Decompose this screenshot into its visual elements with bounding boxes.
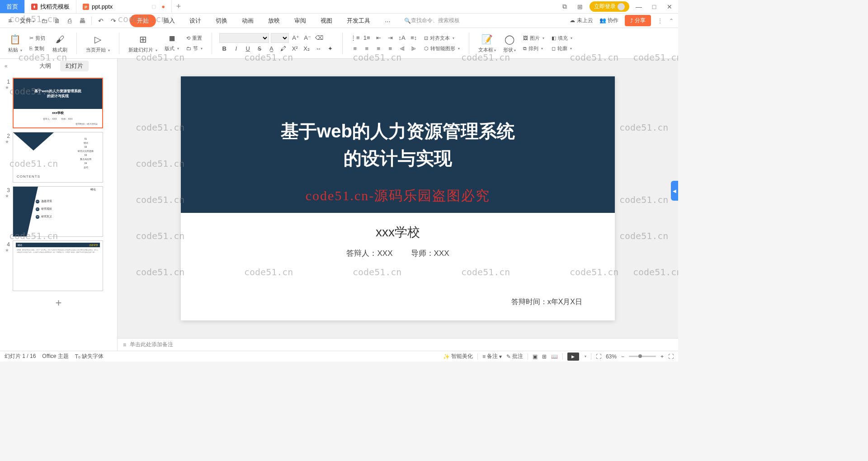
missing-font-button[interactable]: T₀ 缺失字体 bbox=[75, 353, 104, 360]
textbox-button[interactable]: 📝文本框▾ bbox=[476, 32, 498, 54]
underline-icon[interactable]: U bbox=[243, 44, 253, 54]
tab-transition[interactable]: 切换 bbox=[208, 14, 235, 27]
font-size-select[interactable] bbox=[271, 33, 289, 43]
zoom-level[interactable]: 63% bbox=[606, 353, 617, 360]
tab-templates[interactable]: 找稻壳模板 bbox=[25, 0, 76, 13]
zoom-slider[interactable] bbox=[629, 356, 656, 357]
fullscreen-icon[interactable]: ⛶ bbox=[668, 353, 674, 360]
tab-view[interactable]: 视图 bbox=[313, 14, 340, 27]
layout-icon[interactable]: ⧉ bbox=[559, 1, 571, 13]
layout-label[interactable]: 版式▾ bbox=[163, 44, 181, 53]
align-right-icon[interactable]: ≡ bbox=[373, 44, 383, 54]
smartart-button[interactable]: ⬡ 转智能图形▾ bbox=[422, 44, 462, 53]
fill-button[interactable]: ◧ 填充▾ bbox=[550, 34, 574, 42]
bold-icon[interactable]: B bbox=[219, 44, 229, 54]
tab-start[interactable]: 开始 bbox=[130, 14, 156, 27]
close-button[interactable]: ✕ bbox=[664, 1, 675, 13]
tab-animation[interactable]: 动画 bbox=[235, 14, 261, 27]
hamburger-icon[interactable]: ≡ bbox=[5, 15, 15, 26]
add-slide-button[interactable]: + bbox=[55, 296, 61, 309]
tab-insert[interactable]: 插入 bbox=[156, 14, 182, 27]
paste-button[interactable]: 📋粘贴 ▾ bbox=[6, 32, 24, 54]
tab-slideshow[interactable]: 放映 bbox=[261, 14, 287, 27]
tab-home[interactable]: 首页 bbox=[0, 0, 25, 13]
grid-icon[interactable]: ⊞ bbox=[574, 1, 586, 13]
print-preview-icon[interactable]: 🖶 bbox=[77, 15, 88, 26]
file-menu[interactable]: 文件▾ bbox=[17, 17, 37, 25]
font-family-select[interactable] bbox=[219, 33, 269, 43]
indent-right-icon[interactable]: ⇥ bbox=[385, 33, 395, 43]
subscript-icon[interactable]: X₂ bbox=[302, 44, 311, 54]
redo-icon[interactable]: ↷ bbox=[108, 15, 119, 26]
collab-button[interactable]: 👥 协作 bbox=[599, 17, 618, 24]
distribute-icon[interactable]: ⫷ bbox=[397, 44, 407, 54]
new-slide-button[interactable]: ⊞新建幻灯片 ▾ bbox=[127, 32, 159, 54]
slideshow-caret[interactable]: ▾ bbox=[585, 354, 586, 358]
cloud-status[interactable]: ☁ 未上云 bbox=[570, 17, 593, 24]
smart-beautify-button[interactable]: ✨ 智能美化 bbox=[443, 353, 473, 360]
tab-document[interactable]: P ppt.pptx ▢ ● bbox=[76, 0, 172, 13]
maximize-button[interactable]: □ bbox=[648, 1, 660, 13]
slideshow-button[interactable]: ▶ bbox=[567, 353, 579, 361]
highlight-icon[interactable]: 🖍 bbox=[278, 44, 288, 54]
normal-view-icon[interactable]: ▣ bbox=[533, 353, 538, 360]
cut-button[interactable]: ✂ 剪切 bbox=[28, 34, 47, 42]
notes-bar[interactable]: ≡ 单击此处添加备注 bbox=[118, 338, 678, 351]
thumbnail-3[interactable]: 绪论 01选题背景 02研究现状 03研究意义 bbox=[13, 186, 103, 237]
login-button[interactable]: 立即登录 bbox=[590, 1, 629, 12]
indent-left-icon[interactable]: ⇤ bbox=[373, 33, 383, 43]
print-icon[interactable]: ⎙ bbox=[64, 15, 75, 26]
fit-icon[interactable]: ⛶ bbox=[596, 353, 601, 360]
notes-toggle[interactable]: ≡ 备注 ▾ bbox=[482, 353, 502, 360]
align-left-icon[interactable]: ≡ bbox=[350, 44, 360, 54]
decrease-font-icon[interactable]: A⁻ bbox=[302, 33, 312, 43]
zoom-in-icon[interactable]: + bbox=[660, 353, 664, 360]
tab-more[interactable]: … bbox=[377, 14, 398, 27]
comments-toggle[interactable]: ✎ 批注 bbox=[506, 353, 523, 360]
columns-icon[interactable]: ⫸ bbox=[409, 44, 419, 54]
undo-icon[interactable]: ↶ bbox=[95, 15, 106, 26]
bullets-icon[interactable]: ⋮≡ bbox=[350, 33, 360, 43]
outline-tab[interactable]: 大纲 bbox=[34, 61, 57, 71]
more-icon[interactable]: ⋮ bbox=[657, 18, 663, 24]
sorter-view-icon[interactable]: ⊞ bbox=[542, 353, 547, 360]
thumbnail-2[interactable]: 01绪论02研究方法及思路03重点与应用04总结 CONTENTS bbox=[13, 132, 103, 183]
minimize-button[interactable]: — bbox=[633, 1, 645, 13]
align-center-icon[interactable]: ≡ bbox=[362, 44, 372, 54]
thumbnail-1[interactable]: 基于web的人力资源管理系统的设计与实现 xxx学校答辩人：XXX 导师：XXX… bbox=[13, 78, 103, 128]
side-handle[interactable]: ◀ bbox=[671, 181, 678, 201]
shape-button[interactable]: ◯形状▾ bbox=[501, 32, 518, 54]
outline-button[interactable]: ◻ 轮廓▾ bbox=[550, 44, 574, 53]
picture-button[interactable]: 🖼 图片▾ bbox=[521, 34, 546, 42]
reset-button[interactable]: ⟲ 重置 bbox=[184, 34, 204, 42]
line-spacing-icon[interactable]: ≡↕ bbox=[409, 33, 419, 43]
char-spacing-icon[interactable]: ↔ bbox=[313, 44, 323, 54]
increase-font-icon[interactable]: A⁺ bbox=[291, 33, 301, 43]
effects-icon[interactable]: ✦ bbox=[325, 44, 335, 54]
arrange-button[interactable]: ⧉ 排列▾ bbox=[521, 44, 546, 53]
tab-review[interactable]: 审阅 bbox=[287, 14, 313, 27]
italic-icon[interactable]: I bbox=[231, 44, 241, 54]
format-painter-button[interactable]: 🖌格式刷 bbox=[51, 32, 69, 54]
thumbnail-4[interactable]: 绪论选题背景 近年来，全球经济的发展加速，出现了一定程度上，也许了互联科技术的快… bbox=[13, 240, 103, 291]
strikethrough-icon[interactable]: S̶ bbox=[255, 44, 264, 54]
reading-view-icon[interactable]: 📖 bbox=[551, 353, 558, 360]
slides-tab[interactable]: 幻灯片 bbox=[60, 61, 89, 71]
from-current-button[interactable]: ▷当页开始 ▾ bbox=[84, 32, 112, 54]
justify-icon[interactable]: ≡ bbox=[385, 44, 395, 54]
numbering-icon[interactable]: 1≡ bbox=[362, 33, 372, 43]
layout-button[interactable]: ▦ bbox=[163, 33, 181, 42]
text-direction-icon[interactable]: ↕A bbox=[397, 33, 407, 43]
search-box[interactable]: 🔍 查找命令、搜索模板 bbox=[404, 17, 460, 24]
clear-format-icon[interactable]: ⌫ bbox=[314, 33, 324, 43]
tab-developer[interactable]: 开发工具 bbox=[340, 14, 377, 27]
share-button[interactable]: ⤴ 分享 bbox=[625, 15, 651, 26]
section-button[interactable]: 🗀 节▾ bbox=[184, 44, 204, 53]
collapse-panel-icon[interactable]: « bbox=[5, 63, 8, 69]
align-text-button[interactable]: ⊡ 对齐文本▾ bbox=[422, 34, 462, 42]
slide-canvas[interactable]: 基于web的人力资源管理系统 的设计与实现 xxx学校 答辩人：XXX 导师：X… bbox=[181, 76, 615, 320]
superscript-icon[interactable]: X² bbox=[290, 44, 300, 54]
tab-design[interactable]: 设计 bbox=[182, 14, 208, 27]
zoom-out-icon[interactable]: − bbox=[621, 353, 624, 360]
save-icon[interactable]: 🗎 bbox=[52, 15, 62, 26]
